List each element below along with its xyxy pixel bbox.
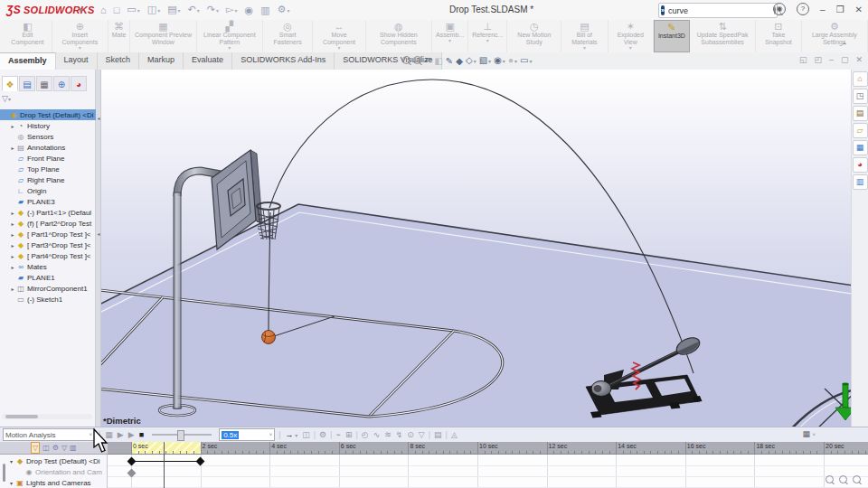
tree-item[interactable]: ▸◆[ Part3^Drop Test ]< (0, 239, 105, 250)
appearances-icon[interactable]: ◕ (853, 157, 868, 173)
doc-close-icon[interactable]: ✕ (855, 55, 863, 64)
tab-layout[interactable]: Layout (56, 52, 98, 70)
design-library-icon[interactable]: ▤ (853, 106, 868, 121)
user-icon[interactable]: ◉ (773, 3, 786, 15)
study-type-select[interactable]: Motion Analysis˅ (3, 428, 95, 441)
display-style-icon[interactable]: ▧▾ (479, 54, 491, 68)
play-from-start-icon[interactable]: ▶ (117, 428, 125, 441)
tree-item[interactable]: ∟Origin (0, 185, 105, 196)
results-icon[interactable]: ▤ (433, 428, 443, 441)
search-input[interactable] (668, 5, 774, 16)
graphics-viewport[interactable] (101, 70, 851, 427)
print-icon[interactable]: ▤▾ (165, 2, 183, 18)
motor-icon[interactable]: ◴ (361, 428, 370, 441)
timeline-rows[interactable] (108, 455, 868, 488)
ribbon-button-smart-fasteners[interactable]: ◎Smart Fasteners (263, 20, 313, 52)
resources-icon[interactable]: ◳ (853, 89, 868, 104)
expand-icon[interactable]: ▸ (9, 145, 16, 151)
restore-button[interactable]: ❐ (836, 5, 844, 14)
logo-caret-icon[interactable]: ▸ (80, 5, 84, 14)
ribbon-button-update-speedpak-subassemblies[interactable]: ⇅Update SpeedPak Subassemblies (690, 20, 756, 52)
tree-item[interactable]: ▸◆(-) Part1<1> (Defaul (0, 207, 105, 218)
contact-icon[interactable]: ⊙ (406, 428, 415, 441)
tree-item[interactable]: ▱Front Plane (0, 153, 105, 164)
configurationmanager-tab[interactable]: ▦ (36, 76, 52, 91)
home-icon[interactable]: ⌂ (98, 3, 109, 17)
ribbon-button-instant3d[interactable]: ✎Instant3D (654, 20, 690, 52)
timeline-key[interactable] (196, 457, 205, 466)
save-animation-icon[interactable]: ◫ (301, 428, 311, 441)
expand-icon[interactable]: ▸ (9, 231, 16, 238)
view-orientation-icon[interactable]: ◇▾ (466, 54, 476, 68)
rebuild-icon[interactable]: ◉ (242, 3, 257, 17)
doc-restore-icon[interactable]: ▢ (841, 55, 849, 64)
ribbon-button-mate[interactable]: ⌘Mate (108, 20, 131, 52)
expand-icon[interactable]: ▾ (7, 458, 15, 465)
expand-icon[interactable]: ▸ (9, 264, 16, 270)
motion-tree-item[interactable]: ▾▣Lights and Cameras (0, 477, 115, 488)
ribbon-collapse-icon[interactable]: ⌃ (841, 42, 848, 51)
command-search[interactable]: » ▾ (658, 3, 778, 18)
timeline-zoom-in-icon[interactable] (826, 475, 834, 483)
annotation-view-icon[interactable]: ✎ (446, 55, 453, 68)
ribbon-button-assemb[interactable]: ▣Assemb...▾ (432, 20, 468, 52)
dimxpertmanager-tab[interactable]: ⊕ (53, 76, 70, 91)
animation-wizard-icon[interactable]: ⚙ (318, 428, 327, 441)
slider-thumb[interactable] (177, 430, 184, 441)
tree-item[interactable]: ▸◆[ Part1^Drop Test ]< (0, 229, 105, 239)
redo-icon[interactable]: ↷▾ (204, 2, 222, 18)
ribbon-button-referenc[interactable]: ⊥Referenc...▾ (468, 20, 507, 52)
new-document-icon[interactable]: □ (111, 3, 123, 17)
timeline-ruler[interactable]: 0 sec2 sec4 sec6 sec8 sec10 sec12 sec14 … (108, 442, 868, 455)
select-icon[interactable]: ▻▾ (223, 2, 240, 18)
doc-minimize-icon[interactable]: – (829, 55, 834, 64)
motion-tree-item[interactable]: ◉Orientation and Cam (0, 466, 124, 477)
tree-item[interactable]: ▱Top Plane (0, 164, 105, 174)
ribbon-button-insert-components[interactable]: ⊕Insert Components▾ (52, 20, 108, 52)
ribbon-button-new-motion-study[interactable]: ◷New Motion Study (507, 20, 561, 52)
filter-funnel-icon[interactable]: ▽ (61, 443, 67, 453)
options-icon[interactable]: ⚙▾ (275, 2, 293, 18)
undo-icon[interactable]: ↶▾ (185, 2, 203, 18)
help-icon[interactable]: ? (797, 3, 809, 15)
hide-show-items-icon[interactable]: ◉▾ (494, 54, 505, 68)
tree-item[interactable]: ▸∞Mates (0, 261, 105, 272)
apply-scene-icon[interactable]: ◆ (456, 55, 463, 68)
ribbon-button-large-assembly-settings[interactable]: ⚙Large Assembly Settings (802, 20, 868, 52)
tab-solidworks-add-ins[interactable]: SOLIDWORKS Add-Ins (232, 52, 335, 70)
add-key-icon[interactable]: ⊞ (344, 428, 354, 441)
damper-icon[interactable]: ≋ (383, 428, 392, 441)
displaymanager-tab[interactable]: ◕ (71, 76, 87, 91)
ribbon-button-component-preview-window[interactable]: ▦Component Preview Window (130, 20, 196, 52)
timebar-options-icon[interactable]: ▦ ˅ (802, 429, 816, 438)
filter-camera-icon[interactable]: ◫ (42, 443, 50, 453)
filter-animated-icon[interactable]: ▽ (31, 442, 40, 454)
minimize-button[interactable]: – (820, 5, 826, 14)
expand-icon[interactable]: ▸ (9, 210, 16, 216)
motion-tree-item[interactable]: ▾◆Drop Test (Default) <Di (0, 455, 115, 466)
filter-results-icon[interactable]: ▥ (70, 443, 77, 453)
ribbon-button-linear-component-pattern[interactable]: ▞Linear Component Pattern▾ (197, 20, 263, 52)
tab-assembly[interactable]: Assembly (0, 52, 56, 70)
playback-slider[interactable] (152, 434, 212, 436)
ribbon-button-take-snapshot[interactable]: ⊡Take Snapshot (756, 20, 801, 52)
tab-sketch[interactable]: Sketch (98, 52, 140, 70)
tree-item[interactable]: ▭(-) Sketch1 (0, 294, 105, 305)
tree-item[interactable]: ▸◔History (0, 120, 105, 131)
expand-icon[interactable]: ▸ (9, 242, 16, 249)
ribbon-button-show-hidden-components[interactable]: ◍Show Hidden Components (366, 20, 432, 52)
view-palette-icon[interactable]: ▦ (853, 140, 868, 155)
ribbon-button-bill-of-materials[interactable]: ▤Bill of Materials▾ (561, 20, 608, 52)
timeline-zoom-out-icon[interactable] (853, 475, 861, 483)
tree-item[interactable]: ▸▤Annotations (0, 142, 105, 153)
panel-scrollbar-thumb[interactable] (5, 415, 38, 418)
previous-view-icon[interactable]: ↶ (424, 55, 431, 68)
tree-item[interactable]: ▰PLANE3 (0, 196, 105, 207)
close-button[interactable]: ✕ (855, 5, 863, 14)
timeline-key[interactable] (127, 457, 136, 466)
view-settings-icon[interactable]: ▭▾ (520, 54, 532, 68)
basketball[interactable] (262, 331, 276, 344)
tree-item[interactable]: ▱Right Plane (0, 174, 105, 185)
spring-icon[interactable]: ∿ (373, 428, 382, 441)
ribbon-button-exploded-view[interactable]: ✶Exploded View▾ (609, 20, 654, 52)
